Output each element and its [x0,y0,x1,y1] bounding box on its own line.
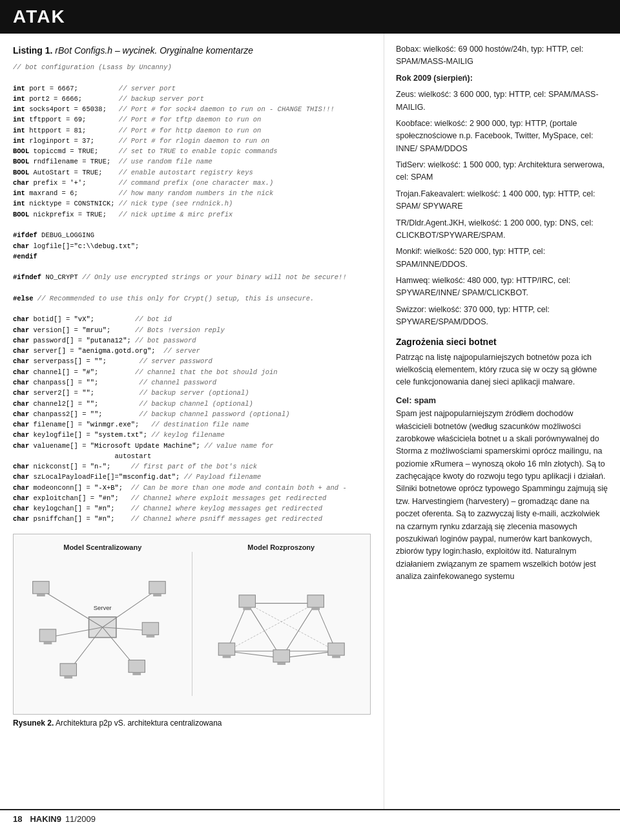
svg-line-28 [247,603,336,651]
code-block: // bot configuration (Lsass by Uncanny) … [13,62,371,525]
svg-line-29 [226,603,315,651]
tidserv-text: TidServ: wielkość: 1 500 000, typ: Archi… [396,159,608,184]
cel-header: Cel: spam [396,394,608,407]
fakeavalert-text: Trojan.Fakeavalert: wielkość: 1 400 000,… [396,188,608,213]
svg-rect-30 [239,595,255,607]
zagrozenia-header: Zagrożenia sieci botnet [396,335,608,349]
network-diagram: Model Scentralizowany Server [13,534,371,715]
svg-rect-35 [222,655,231,658]
svg-rect-18 [142,622,158,635]
swizzor-text: Swizzor: wielkość: 370 000, typ: HTTP, c… [396,304,608,329]
logo: ATAK [13,6,66,27]
cel-text: Spam jest najpopularniejszym źródłem doc… [396,408,608,583]
left-column: Listing 1. rBot Configs.h – wycinek. Ory… [0,34,384,809]
diagram-distributed: Model Rozproszony [192,534,371,714]
page-footer: 18 HAKIN9 11/2009 [0,809,620,828]
svg-rect-38 [327,643,344,655]
svg-rect-33 [311,607,320,610]
koobface-text: Koobface: wielkość: 2 900 000, typ: HTTP… [396,118,608,155]
svg-rect-17 [44,642,52,644]
svg-rect-14 [149,581,165,593]
hamweq-text: Hamweq: wielkość: 480 000, typ: HTTP/IRC… [396,275,608,300]
svg-rect-10 [60,664,76,676]
right-column: Bobax: wielkość: 69 000 hostów/24h, typ:… [384,34,620,809]
svg-text:Server: Server [94,604,112,611]
svg-rect-39 [332,655,340,658]
svg-rect-36 [273,649,289,662]
svg-rect-15 [153,593,161,596]
zeus-text: Zeus: wielkość: 3 600 000, typ: HTTP, ce… [396,89,608,114]
main-layout: Listing 1. rBot Configs.h – wycinek. Ory… [0,34,620,809]
svg-rect-19 [147,635,155,637]
svg-rect-16 [39,629,56,642]
magazine-issue: 11/2009 [65,814,96,824]
page-number: 18 [13,814,22,824]
rok2009-header: Rok 2009 (sierpień): [396,72,608,85]
tr-dldr-text: TR/Dldr.Agent.JKH, wielkość: 1 200 000, … [396,217,608,242]
svg-rect-37 [277,662,285,664]
svg-rect-13 [132,672,141,675]
monkif-text: Monkif: wielkość: 520 000, typ: HTTP, ce… [396,246,608,271]
svg-rect-11 [64,676,72,678]
diagram-right-title: Model Rozproszony [247,543,315,551]
svg-rect-31 [243,607,251,610]
listing-title: Listing 1. rBot Configs.h – wycinek. Ory… [13,45,371,56]
svg-rect-34 [218,643,234,655]
magazine-title: HAKIN9 [30,814,61,824]
svg-rect-32 [307,595,324,607]
diagram-centralized: Model Scentralizowany Server [14,534,192,714]
figure-caption: Rysunek 2. Architektura p2p vS. architek… [13,719,371,728]
svg-rect-9 [37,593,45,596]
zagrozenia-text: Patrząc na listę najpopularniejszych bot… [396,352,608,389]
page-header: ATAK [0,0,620,34]
svg-rect-12 [129,660,145,672]
diagram-left-title: Model Scentralizowany [63,543,141,551]
svg-rect-8 [33,581,49,593]
bobax-text: Bobax: wielkość: 69 000 hostów/24h, typ:… [396,43,608,68]
